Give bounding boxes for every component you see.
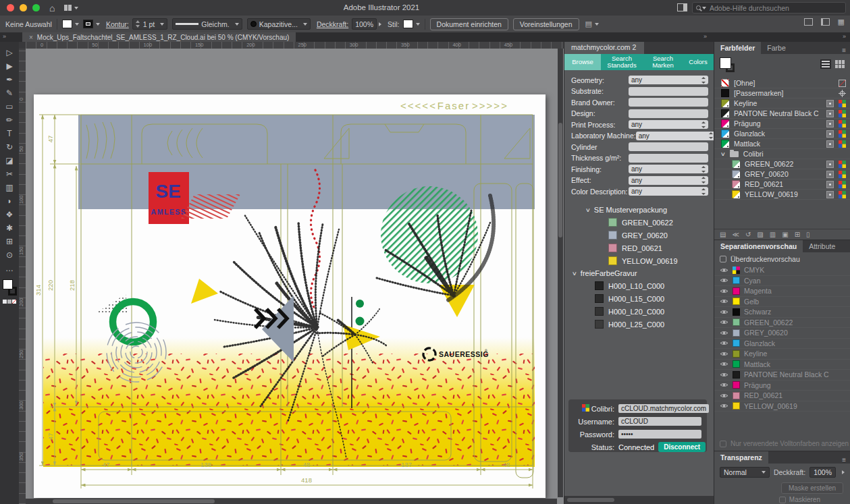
panel-menu-icon[interactable]: ≡ bbox=[838, 456, 850, 464]
fill-proxy[interactable] bbox=[3, 279, 13, 289]
mmc-field-input[interactable] bbox=[629, 109, 708, 118]
eye-icon[interactable] bbox=[720, 340, 728, 346]
color-model-icon[interactable] bbox=[839, 191, 846, 198]
eye-icon[interactable] bbox=[720, 309, 728, 315]
workspace-switcher-icon[interactable] bbox=[64, 5, 72, 11]
mmc-field-input[interactable] bbox=[629, 154, 708, 163]
list-view-icon[interactable] bbox=[820, 59, 831, 69]
swatch-row[interactable]: Keyline bbox=[714, 99, 850, 109]
eye-icon[interactable] bbox=[720, 288, 728, 294]
vertical-ruler[interactable]: 050100150200250300350400 bbox=[19, 49, 26, 504]
color-model-icon[interactable] bbox=[839, 161, 846, 168]
spot-color-icon[interactable] bbox=[826, 130, 834, 138]
disconnect-button[interactable]: Disconnect bbox=[658, 442, 706, 452]
symbol-sprayer-tool[interactable]: ✱ bbox=[2, 221, 17, 235]
swatch-row[interactable]: Glanzlack bbox=[714, 129, 850, 139]
username-input[interactable]: cCLOUD bbox=[618, 417, 701, 426]
color-themes-icon[interactable]: ≪ bbox=[732, 231, 739, 238]
spot-color-icon[interactable] bbox=[826, 161, 834, 168]
spot-color-icon[interactable] bbox=[826, 140, 834, 148]
minimize-window-icon[interactable] bbox=[20, 4, 27, 11]
eye-icon[interactable] bbox=[720, 403, 728, 409]
align-options-icon[interactable]: ▤ bbox=[585, 20, 592, 28]
touch-workspace-icon[interactable] bbox=[804, 18, 813, 26]
swatch-row[interactable]: GREY_00620 bbox=[714, 169, 850, 179]
help-search-input[interactable]: Adobe-Hilfe durchsuchen bbox=[692, 2, 846, 13]
gradient-tool[interactable]: ▥ bbox=[2, 181, 17, 194]
tab-separationenvorschau[interactable]: Separationenvorschau bbox=[714, 240, 803, 252]
panel-overflow-icon[interactable]: » bbox=[703, 33, 707, 40]
delete-swatch-icon[interactable]: ▯ bbox=[806, 231, 810, 238]
tab-farbfelder[interactable]: Farbfelder bbox=[714, 42, 761, 54]
swatch-item[interactable]: YELLOW_00619 bbox=[571, 254, 714, 267]
tab-transparenz[interactable]: Transparenz bbox=[714, 451, 768, 464]
color-model-icon[interactable] bbox=[839, 181, 846, 188]
opacity-input[interactable]: 100% bbox=[352, 18, 377, 30]
spot-color-icon[interactable] bbox=[826, 171, 834, 178]
none-button[interactable] bbox=[12, 300, 16, 304]
swatch-row[interactable]: YELLOW_00619 bbox=[714, 190, 850, 200]
ruler-corner[interactable] bbox=[19, 42, 26, 49]
mmc-scrollbar[interactable] bbox=[564, 496, 714, 504]
tab-overflow-icon[interactable]: » bbox=[3, 33, 6, 40]
eye-icon[interactable] bbox=[720, 277, 728, 283]
artboard[interactable]: <<<<< Faser >>>>> bbox=[34, 94, 546, 498]
chevron-down-icon[interactable] bbox=[74, 7, 78, 9]
swatch-row[interactable]: Mattlack bbox=[714, 139, 850, 149]
rotate-tool[interactable]: ↻ bbox=[2, 140, 17, 154]
swatch-row[interactable]: Prägung bbox=[714, 119, 850, 129]
color-model-icon[interactable] bbox=[839, 120, 846, 128]
chevron-down-icon[interactable] bbox=[75, 23, 79, 26]
password-input[interactable]: ••••• bbox=[618, 430, 701, 439]
scrollbar-thumb[interactable] bbox=[53, 499, 215, 503]
swatch-item[interactable]: GREEN_00622 bbox=[571, 216, 714, 229]
overprint-preview-row[interactable]: Überdruckenvorschau bbox=[714, 252, 850, 265]
close-window-icon[interactable] bbox=[7, 4, 14, 11]
color-mode-buttons[interactable] bbox=[3, 300, 16, 304]
swatch-group-header[interactable]: ∨SE Musterverpackung bbox=[571, 204, 714, 216]
color-model-icon[interactable] bbox=[839, 140, 846, 148]
chevron-right-icon[interactable] bbox=[842, 470, 845, 474]
eye-icon[interactable] bbox=[720, 351, 728, 357]
zoom-window-icon[interactable] bbox=[32, 4, 40, 11]
selection-tool[interactable]: ▷ bbox=[2, 46, 17, 59]
colibri-server-input[interactable]: cCLOUD.matchmycolor.com bbox=[618, 404, 709, 413]
close-tab-icon[interactable]: × bbox=[29, 34, 33, 41]
mmc-field-select[interactable]: any bbox=[636, 132, 716, 140]
tab-attribute[interactable]: Attribute bbox=[803, 240, 841, 252]
stroke-profile-select[interactable]: Gleichm. bbox=[172, 18, 242, 30]
spot-color-icon[interactable] bbox=[826, 181, 834, 188]
arrange-documents-icon[interactable] bbox=[677, 3, 687, 11]
swatch-kinds-icon[interactable]: ▨ bbox=[757, 231, 763, 238]
eyedropper-tool[interactable]: ◗ bbox=[2, 194, 17, 208]
home-icon[interactable]: ⌂ bbox=[49, 3, 55, 13]
document-tab[interactable]: × Mock_Ups_Faltschachtel_SE_AMLESS_1_RZ_… bbox=[22, 32, 296, 42]
swatch-item[interactable]: H000_L10_C000 bbox=[571, 279, 714, 292]
eye-icon[interactable] bbox=[720, 298, 728, 304]
panel-overflow-icon[interactable]: » bbox=[843, 33, 846, 40]
scissors-tool[interactable]: ✂ bbox=[2, 167, 17, 181]
eraser-tool[interactable]: ◪ bbox=[2, 154, 17, 167]
spot-color-icon[interactable] bbox=[826, 100, 834, 107]
new-swatch-icon[interactable]: ⊞ bbox=[795, 231, 800, 238]
chevron-down-icon[interactable]: ∨ bbox=[720, 151, 726, 157]
document-grid-icon[interactable]: ▦ bbox=[838, 18, 845, 26]
chevron-down-icon[interactable] bbox=[96, 23, 100, 26]
panel-menu-icon[interactable]: ≡ bbox=[838, 47, 850, 54]
swatch-row[interactable]: [Ohne] bbox=[714, 78, 850, 88]
opacity-label[interactable]: Deckkraft: bbox=[317, 20, 348, 28]
sync-cloud-icon[interactable]: ↺ bbox=[745, 231, 751, 238]
clip-checkbox[interactable] bbox=[779, 497, 786, 503]
style-swatch[interactable] bbox=[403, 20, 413, 28]
mmc-field-input[interactable] bbox=[629, 98, 708, 107]
mmc-tab-search-standards[interactable]: Search Standards bbox=[601, 54, 643, 70]
swatch-libraries-icon[interactable]: ▤ bbox=[720, 231, 726, 238]
chevron-down-icon[interactable] bbox=[416, 23, 420, 26]
scrollbar-thumb[interactable] bbox=[567, 498, 614, 502]
swatch-row[interactable]: GREEN_00622 bbox=[714, 159, 850, 169]
make-mask-button[interactable]: Maske erstellen bbox=[781, 482, 843, 494]
stroke-color-swatch[interactable] bbox=[83, 20, 93, 28]
curvature-tool[interactable]: ✎ bbox=[2, 86, 17, 100]
swatch-item[interactable]: H000_L15_C000 bbox=[571, 292, 714, 305]
opacity-input[interactable]: 100% bbox=[809, 467, 836, 478]
